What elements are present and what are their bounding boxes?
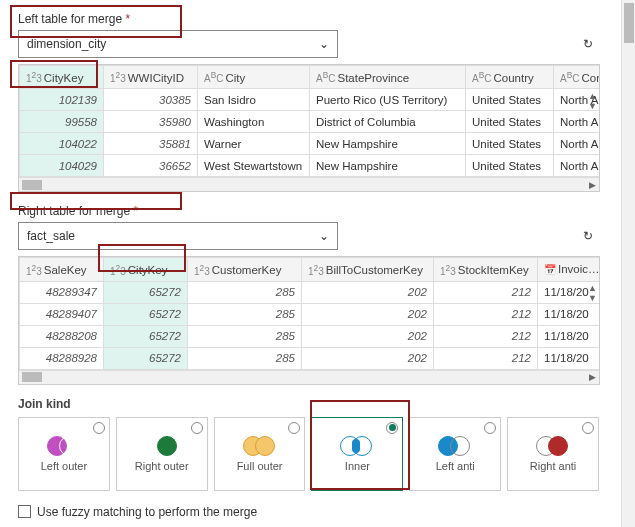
join-kind-options: Left outerRight outerFull outerInnerLeft…: [18, 417, 599, 491]
table-row[interactable]: 482893476527228520221211/18/20: [20, 281, 601, 303]
cell: 285: [188, 303, 302, 325]
cell: 11/18/20: [538, 303, 601, 325]
join-option-label: Full outer: [237, 460, 283, 472]
right-refresh-button[interactable]: ↻: [577, 225, 599, 247]
radio-icon: [93, 422, 105, 434]
column-header-continent[interactable]: ABCContinent: [554, 66, 601, 89]
right-horizontal-scrollbar[interactable]: ▶: [19, 370, 599, 384]
join-option-full-outer[interactable]: Full outer: [214, 417, 306, 491]
venn-icon: [536, 436, 570, 456]
cell: North Amer: [554, 111, 601, 133]
table-row[interactable]: 482882086527228520221211/18/20: [20, 325, 601, 347]
cell: Puerto Rico (US Territory): [310, 89, 466, 111]
venn-icon: [243, 436, 277, 456]
cell: 202: [302, 281, 434, 303]
venn-icon: [47, 436, 81, 456]
join-kind-label: Join kind: [18, 397, 599, 411]
venn-icon: [145, 436, 179, 456]
cell: 35881: [104, 133, 198, 155]
radio-icon: [191, 422, 203, 434]
radio-icon: [288, 422, 300, 434]
table-row[interactable]: 10213930385San IsidroPuerto Rico (US Ter…: [20, 89, 601, 111]
venn-icon: [340, 436, 374, 456]
refresh-icon: ↻: [583, 229, 593, 243]
cell: New Hampshire: [310, 133, 466, 155]
cell: 48288208: [20, 325, 104, 347]
venn-icon: [438, 436, 472, 456]
join-option-left-outer[interactable]: Left outer: [18, 417, 110, 491]
cell: North Amer: [554, 155, 601, 177]
cell: 202: [302, 303, 434, 325]
join-option-right-outer[interactable]: Right outer: [116, 417, 208, 491]
fuzzy-matching-checkbox[interactable]: [18, 505, 31, 518]
column-header-billtocustomerkey[interactable]: 123BillToCustomerKey: [302, 258, 434, 281]
join-option-label: Inner: [345, 460, 370, 472]
column-header-stockitemkey[interactable]: 123StockItemKey: [434, 258, 538, 281]
cell: 48289407: [20, 303, 104, 325]
cell: District of Columbia: [310, 111, 466, 133]
cell: United States: [466, 111, 554, 133]
column-header-citykey[interactable]: 123CityKey: [20, 66, 104, 89]
cell: 212: [434, 325, 538, 347]
column-header-invoiceda[interactable]: 📅InvoiceDa: [538, 258, 601, 281]
table-row[interactable]: 482894076527228520221211/18/20: [20, 303, 601, 325]
table-row[interactable]: 9955835980WashingtonDistrict of Columbia…: [20, 111, 601, 133]
chevron-down-icon: ⌄: [319, 229, 329, 243]
join-option-label: Right outer: [135, 460, 189, 472]
cell: 285: [188, 325, 302, 347]
table-row[interactable]: 10402235881WarnerNew HampshireUnited Sta…: [20, 133, 601, 155]
cell: United States: [466, 155, 554, 177]
join-option-left-anti[interactable]: Left anti: [409, 417, 501, 491]
cell: 65272: [104, 281, 188, 303]
left-table-select[interactable]: dimension_city⌄: [18, 30, 338, 58]
table-row[interactable]: 10402936652West StewartstownNew Hampshir…: [20, 155, 601, 177]
cell: 104029: [20, 155, 104, 177]
right-table-preview[interactable]: 123SaleKey123CityKey123CustomerKey123Bil…: [18, 256, 600, 384]
join-option-label: Left outer: [41, 460, 87, 472]
column-header-citykey[interactable]: 123CityKey: [104, 258, 188, 281]
dialog-vertical-scrollbar[interactable]: [621, 0, 635, 527]
left-table-preview[interactable]: 123CityKey123WWICityIDABCCityABCStatePro…: [18, 64, 600, 192]
column-header-salekey[interactable]: 123SaleKey: [20, 258, 104, 281]
column-header-country[interactable]: ABCCountry: [466, 66, 554, 89]
cell: 212: [434, 281, 538, 303]
refresh-icon: ↻: [583, 37, 593, 51]
cell: 99558: [20, 111, 104, 133]
left-horizontal-scrollbar[interactable]: ▶: [19, 177, 599, 191]
column-header-wwicityid[interactable]: 123WWICityID: [104, 66, 198, 89]
cell: 285: [188, 347, 302, 369]
cell: 65272: [104, 347, 188, 369]
cell: 202: [302, 325, 434, 347]
cell: 36652: [104, 155, 198, 177]
cell: 104022: [20, 133, 104, 155]
cell: 65272: [104, 325, 188, 347]
cell: Washington: [198, 111, 310, 133]
table-row[interactable]: 482889286527228520221211/18/20: [20, 347, 601, 369]
cell: 285: [188, 281, 302, 303]
join-option-inner[interactable]: Inner: [311, 417, 403, 491]
cell: 11/18/20: [538, 347, 601, 369]
cell: 30385: [104, 89, 198, 111]
column-header-city[interactable]: ABCCity: [198, 66, 310, 89]
column-header-customerkey[interactable]: 123CustomerKey: [188, 258, 302, 281]
cell: United States: [466, 133, 554, 155]
cell: Warner: [198, 133, 310, 155]
cell: 35980: [104, 111, 198, 133]
join-option-label: Right anti: [530, 460, 576, 472]
right-table-label: Right table for merge *: [18, 204, 599, 218]
left-table-label: Left table for merge *: [18, 12, 599, 26]
cell: 48289347: [20, 281, 104, 303]
right-table-select[interactable]: fact_sale⌄: [18, 222, 338, 250]
left-refresh-button[interactable]: ↻: [577, 33, 599, 55]
column-header-stateprovince[interactable]: ABCStateProvince: [310, 66, 466, 89]
cell: 212: [434, 303, 538, 325]
radio-icon: [582, 422, 594, 434]
join-option-right-anti[interactable]: Right anti: [507, 417, 599, 491]
cell: 202: [302, 347, 434, 369]
chevron-down-icon: ⌄: [319, 37, 329, 51]
cell: 48288928: [20, 347, 104, 369]
cell: New Hampshire: [310, 155, 466, 177]
fuzzy-matching-label: Use fuzzy matching to perform the merge: [37, 505, 257, 519]
cell: 102139: [20, 89, 104, 111]
radio-icon: [484, 422, 496, 434]
